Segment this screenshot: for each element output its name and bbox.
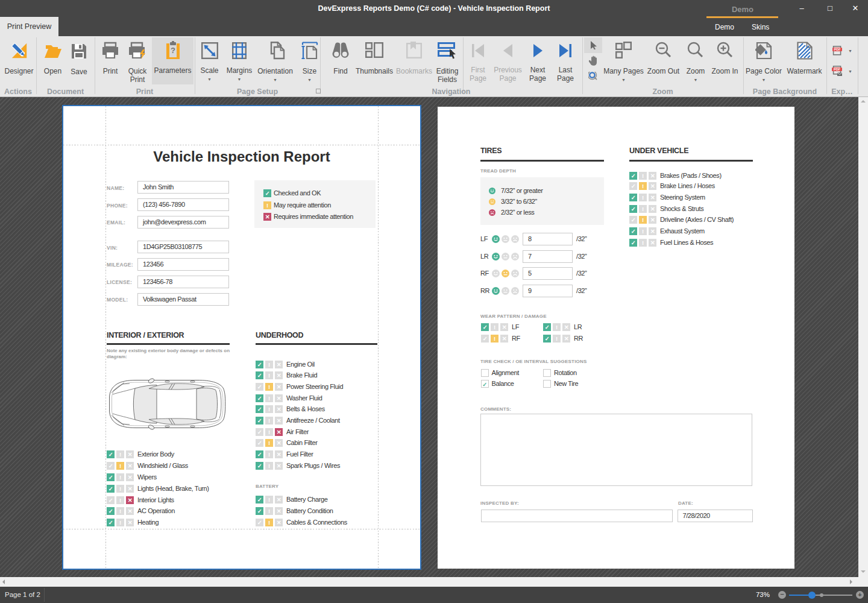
svg-text:PDF: PDF — [834, 48, 841, 51]
svg-text:PDF: PDF — [834, 68, 841, 71]
svg-text:?: ? — [171, 46, 175, 55]
